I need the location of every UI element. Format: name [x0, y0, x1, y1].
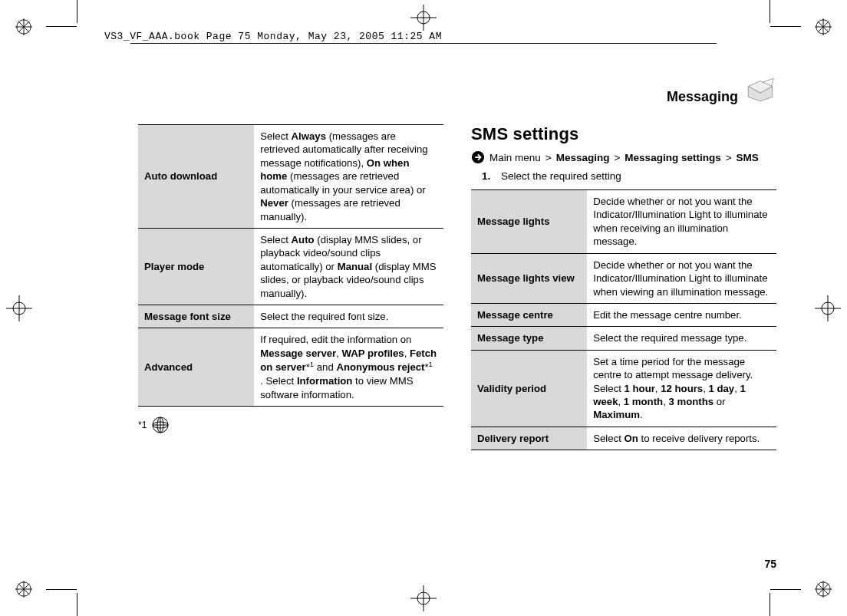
- setting-description: Decide whether or not you want the Indic…: [587, 190, 776, 254]
- setting-description: Select the required font size.: [254, 305, 443, 328]
- crop-mark-icon: [77, 593, 77, 616]
- crop-mark-icon: [77, 0, 77, 23]
- setting-name: Message type: [471, 327, 587, 350]
- footnote: *1: [138, 416, 443, 434]
- table-row: Message font sizeSelect the required fon…: [138, 305, 443, 328]
- setting-name: Advanced: [138, 328, 254, 407]
- breadcrumb-separator: >: [614, 152, 620, 163]
- step-text: Select the required setting: [501, 170, 621, 182]
- setting-description: Select the required message type.: [587, 327, 776, 350]
- table-row: Validity periodSet a time period for the…: [471, 350, 776, 427]
- table-row: Message typeSelect the required message …: [471, 327, 776, 350]
- breadcrumb-item: Messaging settings: [625, 152, 720, 163]
- footnote-marker: *1: [138, 420, 147, 430]
- book-meta-text: VS3_VF_AAA.book Page 75 Monday, May 23, …: [104, 31, 778, 42]
- table-row: Message lightsDecide whether or not you …: [471, 190, 776, 254]
- table-row: Delivery reportSelect On to receive deli…: [471, 427, 776, 450]
- setting-description: Decide whether or not you want the Indic…: [587, 253, 776, 303]
- setting-name: Message lights view: [471, 253, 587, 303]
- registration-mark-icon: [15, 581, 32, 598]
- table-row: Message centreEdit the message centre nu…: [471, 303, 776, 326]
- setting-description: If required, edit the information on Mes…: [254, 328, 443, 407]
- crosshair-icon: [6, 295, 32, 321]
- crop-mark-icon: [770, 0, 770, 23]
- breadcrumb-separator: >: [726, 152, 732, 163]
- table-row: Player modeSelect Auto (display MMS slid…: [138, 228, 443, 305]
- network-globe-icon: [151, 416, 170, 434]
- breadcrumb-item: Messaging: [556, 152, 610, 163]
- setting-description: Select On to receive delivery reports.: [587, 427, 776, 450]
- sms-settings-heading: SMS settings: [471, 124, 776, 144]
- instruction-step: 1. Select the required setting: [482, 170, 776, 182]
- breadcrumb-separator: >: [545, 152, 552, 163]
- sms-settings-table: Message lightsDecide whether or not you …: [471, 189, 776, 450]
- table-row: Message lights viewDecide whether or not…: [471, 253, 776, 303]
- registration-mark-icon: [815, 18, 832, 35]
- setting-name: Message lights: [471, 190, 587, 254]
- header-rule: [130, 43, 717, 44]
- setting-description: Select Auto (display MMS slides, or play…: [254, 228, 443, 305]
- crosshair-icon: [815, 295, 841, 321]
- setting-name: Auto download: [138, 125, 254, 229]
- sms-settings-column: SMS settings Main menu > Messaging > Mes…: [471, 124, 776, 450]
- mms-settings-column: Auto downloadSelect Always (messages are…: [138, 124, 443, 450]
- page-number: 75: [764, 558, 776, 570]
- breadcrumb-item: SMS: [737, 152, 759, 163]
- breadcrumb-root: Main menu: [489, 152, 541, 163]
- setting-description: Set a time period for the message centre…: [587, 350, 776, 427]
- registration-mark-icon: [815, 581, 832, 598]
- breadcrumb: Main menu > Messaging > Messaging settin…: [471, 150, 776, 164]
- table-row: Auto downloadSelect Always (messages are…: [138, 125, 443, 229]
- setting-description: Select Always (messages are retrieved au…: [254, 125, 443, 229]
- setting-name: Validity period: [471, 350, 587, 427]
- setting-name: Message centre: [471, 303, 587, 326]
- step-number: 1.: [482, 170, 490, 182]
- setting-description: Edit the message centre number.: [587, 303, 776, 326]
- crop-mark-icon: [770, 593, 770, 616]
- setting-name: Message font size: [138, 305, 254, 328]
- mms-settings-table: Auto downloadSelect Always (messages are…: [138, 124, 443, 407]
- setting-name: Player mode: [138, 228, 254, 305]
- setting-name: Delivery report: [471, 427, 587, 450]
- table-row: AdvancedIf required, edit the informatio…: [138, 328, 443, 407]
- messaging-icon: [744, 78, 776, 104]
- registration-mark-icon: [15, 18, 32, 35]
- navigate-arrow-icon: [471, 150, 485, 164]
- section-header: Messaging: [667, 89, 738, 105]
